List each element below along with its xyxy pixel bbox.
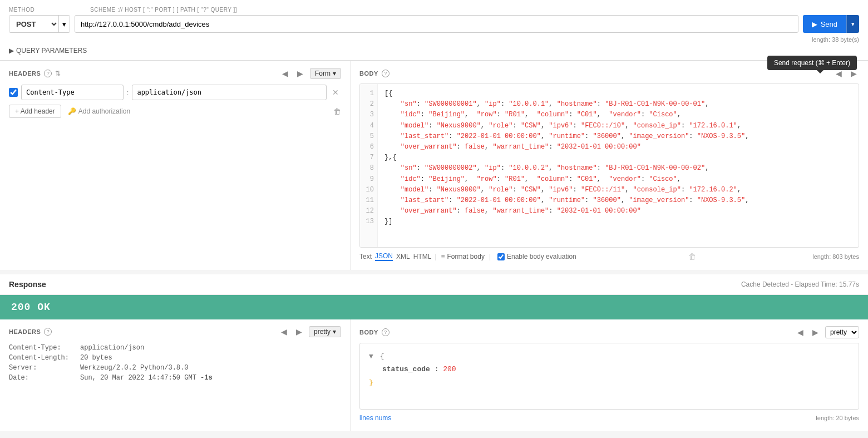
method-label: METHOD bbox=[9, 7, 81, 13]
url-input[interactable] bbox=[75, 15, 798, 33]
resp-body-info-icon[interactable]: ? bbox=[382, 328, 389, 336]
resp-body-title-row: BODY ? ◀ ▶ pretty raw bbox=[359, 326, 859, 338]
resp-header-val-2: Werkzeug/2.0.2 Python/3.8.0 bbox=[80, 364, 188, 372]
line-numbers: 12345678910111213 bbox=[360, 84, 378, 247]
headers-title: HEADERS bbox=[9, 70, 41, 77]
response-header-bar: Response Cache Detected - Elapsed Time: … bbox=[0, 274, 868, 295]
status-code: 200 OK bbox=[11, 302, 51, 313]
body-type-selector: Text JSON XML HTML | bbox=[359, 252, 437, 261]
add-auth-button[interactable]: 🔑 Add authorization bbox=[68, 107, 130, 115]
enable-eval-text: Enable body evaluation bbox=[507, 253, 576, 260]
add-header-button[interactable]: + Add header bbox=[9, 105, 61, 118]
send-icon: ▶ bbox=[812, 20, 817, 28]
headers-info-icon[interactable]: ? bbox=[44, 70, 52, 77]
resp-header-val-1: 20 bytes bbox=[80, 354, 112, 362]
resp-header-row-0: Content-Type: application/json bbox=[9, 344, 341, 352]
body-code-editor[interactable]: 12345678910111213 [{ "sn": "SW000000001"… bbox=[359, 83, 859, 248]
send-tooltip: Send request (⌘ + Enter) bbox=[767, 56, 857, 70]
type-html[interactable]: HTML bbox=[413, 253, 432, 260]
elapsed-time: Cache Detected - Elapsed Time: 15.77s bbox=[741, 280, 859, 288]
header-delete-button-0[interactable]: ✕ bbox=[330, 88, 341, 97]
form-dropdown-icon: ▾ bbox=[333, 70, 336, 77]
format-body-button[interactable]: ≡ Format body bbox=[441, 253, 485, 260]
status-bar: 200 OK bbox=[0, 295, 868, 319]
header-actions: + Add header 🔑 Add authorization 🗑 bbox=[9, 105, 341, 118]
body-info-icon[interactable]: ? bbox=[382, 70, 389, 77]
resp-headers-collapse-right[interactable]: ▶ bbox=[294, 326, 304, 337]
resp-pretty-badge[interactable]: pretty ▾ bbox=[309, 326, 341, 337]
body-footer: Text JSON XML HTML | ≡ Format body | Ena… bbox=[359, 248, 859, 263]
type-xml[interactable]: XML bbox=[396, 253, 410, 260]
header-row-0: : ✕ bbox=[9, 85, 341, 100]
enable-eval-label[interactable]: Enable body evaluation bbox=[497, 253, 576, 260]
body-panel: Send request (⌘ + Enter) BODY ? ◀ ▶ 1234… bbox=[351, 61, 868, 270]
tooltip-text: Send request (⌘ + Enter) bbox=[774, 59, 850, 67]
header-checkbox-0[interactable] bbox=[9, 88, 18, 97]
chevron-down-icon: ▾ bbox=[333, 328, 336, 336]
resp-body-collapse-right[interactable]: ▶ bbox=[810, 327, 821, 338]
resp-body-format-select[interactable]: pretty raw bbox=[825, 326, 859, 338]
resp-body-title: BODY bbox=[359, 329, 378, 336]
separator: | bbox=[435, 253, 436, 260]
method-select-wrapper[interactable]: POST GET PUT DELETE PATCH ▾ bbox=[9, 15, 70, 33]
resp-code-line-3: } bbox=[369, 376, 850, 389]
header-colon-0: : bbox=[127, 88, 129, 97]
add-auth-label: Add authorization bbox=[78, 107, 130, 115]
response-title: Response bbox=[9, 280, 46, 289]
resp-header-val-0: application/json bbox=[80, 344, 144, 352]
code-content[interactable]: [{ "sn": "SW000000001", "ip": "10.0.0.1"… bbox=[378, 84, 859, 247]
format-body-label: Format body bbox=[447, 253, 485, 260]
resp-body-key: status_code bbox=[382, 365, 430, 373]
query-params-toggle[interactable]: ▶ QUERY PARAMETERS bbox=[9, 47, 859, 55]
url-length: length: 38 byte(s) bbox=[812, 35, 859, 46]
resp-header-row-2: Server: Werkzeug/2.0.2 Python/3.8.0 bbox=[9, 364, 341, 372]
key-icon: 🔑 bbox=[68, 107, 76, 115]
resp-headers-title: HEADERS bbox=[9, 328, 41, 335]
header-val-input-0[interactable] bbox=[132, 85, 327, 100]
response-headers-panel: HEADERS ? ◀ ▶ pretty ▾ Content-Type: app… bbox=[0, 319, 351, 431]
separator2: | bbox=[489, 253, 491, 260]
resp-headers-collapse-left[interactable]: ◀ bbox=[279, 326, 289, 337]
query-params-label: QUERY PARAMETERS bbox=[16, 47, 87, 55]
add-header-label: + Add header bbox=[15, 107, 55, 115]
resp-header-key-1: Content-Length: bbox=[9, 354, 76, 362]
resp-headers-info-icon[interactable]: ? bbox=[44, 328, 52, 336]
chevron-down-icon: ▾ bbox=[851, 21, 855, 27]
response-body-panel: BODY ? ◀ ▶ pretty raw ▼ { bbox=[351, 319, 868, 431]
resp-header-key-0: Content-Type: bbox=[9, 344, 76, 352]
chevron-down-icon: ▾ bbox=[62, 20, 66, 28]
resp-body-collapse-left[interactable]: ◀ bbox=[795, 327, 806, 338]
url-label: SCHEME :// HOST [ ":" PORT ] [ PATH [ "?… bbox=[90, 7, 859, 13]
type-text[interactable]: Text bbox=[359, 253, 372, 260]
resp-code-line-2: status_code : 200 bbox=[369, 363, 850, 376]
send-dropdown-button[interactable]: ▾ bbox=[846, 15, 859, 33]
body-delete-icon[interactable]: 🗑 bbox=[688, 252, 696, 261]
type-json[interactable]: JSON bbox=[375, 252, 393, 261]
send-button[interactable]: ▶ Send bbox=[803, 15, 846, 33]
delete-all-headers-button[interactable]: 🗑 bbox=[333, 107, 341, 116]
resp-header-val-3: Sun, 20 Mar 2022 14:47:50 GMT -1s bbox=[80, 374, 213, 382]
form-label: Form bbox=[315, 70, 331, 77]
resp-collapse-icon[interactable]: ▼ bbox=[369, 352, 373, 361]
response-section: Response Cache Detected - Elapsed Time: … bbox=[0, 274, 868, 431]
sort-icon[interactable]: ⇅ bbox=[55, 70, 61, 77]
resp-code-editor: ▼ { status_code : 200 } bbox=[359, 343, 859, 410]
enable-eval-checkbox[interactable] bbox=[497, 253, 505, 260]
body-length: length: 803 bytes bbox=[812, 253, 859, 260]
response-body-section: HEADERS ? ◀ ▶ pretty ▾ Content-Type: app… bbox=[0, 319, 868, 431]
resp-body-footer: lines nums length: 20 bytes bbox=[359, 410, 859, 424]
headers-collapse-right[interactable]: ▶ bbox=[295, 68, 305, 79]
body-title: BODY bbox=[359, 70, 378, 77]
resp-code-line-1: ▼ { bbox=[369, 350, 850, 363]
headers-panel: HEADERS ? ⇅ ◀ ▶ Form ▾ : ✕ + Add h bbox=[0, 61, 351, 270]
header-key-input-0[interactable] bbox=[21, 85, 124, 100]
method-select[interactable]: POST GET PUT DELETE PATCH bbox=[9, 15, 58, 33]
method-dropdown-button[interactable]: ▾ bbox=[58, 15, 70, 33]
resp-close-brace: } bbox=[369, 378, 373, 387]
form-badge[interactable]: Form ▾ bbox=[310, 68, 341, 79]
lines-nums-link[interactable]: lines nums bbox=[359, 414, 391, 422]
resp-headers-table: Content-Type: application/json Content-L… bbox=[9, 344, 341, 382]
triangle-right-icon: ▶ bbox=[9, 47, 14, 55]
headers-collapse-left[interactable]: ◀ bbox=[280, 68, 290, 79]
resp-body-colon: : bbox=[435, 365, 443, 373]
